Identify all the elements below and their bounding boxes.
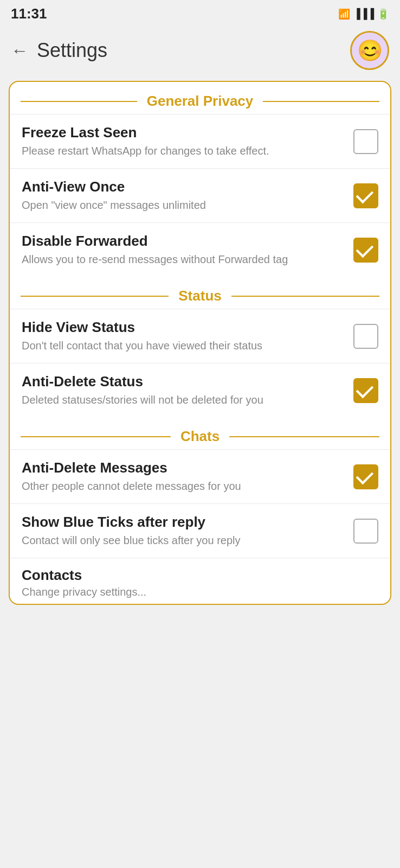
section-line-left [21, 101, 137, 102]
item-title: Anti-Delete Status [22, 373, 345, 390]
item-title: Anti-View Once [22, 178, 345, 195]
checkbox-disable-forwarded[interactable] [353, 238, 378, 263]
back-button[interactable]: ← [11, 41, 28, 61]
item-title: Anti-Delete Messages [22, 459, 345, 476]
section-line-left [21, 436, 171, 437]
header: ← Settings 😊 [0, 25, 400, 81]
item-desc: Contact will only see blue ticks after y… [22, 533, 345, 548]
partial-contacts-section: Contacts Change privacy settings... [10, 558, 390, 604]
section-chats: Chats [10, 417, 390, 449]
avatar[interactable]: 😊 [350, 31, 389, 70]
item-desc: Allows you to re-send messages without F… [22, 252, 345, 267]
list-item[interactable]: Show Blue Ticks after reply Contact will… [10, 503, 390, 558]
section-status: Status [10, 277, 390, 309]
checkbox-hide-view-status[interactable] [353, 324, 378, 349]
item-content-anti-delete-status: Anti-Delete Status Deleted statuses/stor… [22, 373, 353, 407]
item-content-anti-view-once: Anti-View Once Open "view once" messages… [22, 178, 353, 213]
list-item[interactable]: Anti-Delete Messages Other people cannot… [10, 449, 390, 503]
partial-desc: Change privacy settings... [22, 586, 378, 598]
section-line-right [231, 296, 379, 297]
item-content-freeze-last-seen: Freeze Last Seen Please restart WhatsApp… [22, 124, 353, 158]
item-content-show-blue-ticks: Show Blue Ticks after reply Contact will… [22, 514, 353, 548]
item-content-hide-view-status: Hide View Status Don't tell contact that… [22, 319, 353, 353]
list-item[interactable]: Hide View Status Don't tell contact that… [10, 309, 390, 363]
list-item[interactable]: Anti-Delete Status Deleted statuses/stor… [10, 363, 390, 417]
item-desc: Don't tell contact that you have viewed … [22, 338, 345, 353]
status-icons: 📶 ▐▐▐ 🔋 [338, 8, 389, 20]
item-title: Show Blue Ticks after reply [22, 514, 345, 531]
item-desc: Deleted statuses/stories will not be del… [22, 392, 345, 407]
item-title: Freeze Last Seen [22, 124, 345, 141]
checkbox-show-blue-ticks[interactable] [353, 519, 378, 544]
item-content-anti-delete-messages: Anti-Delete Messages Other people cannot… [22, 459, 353, 494]
section-line-right [229, 436, 379, 437]
item-desc: Other people cannot delete messages for … [22, 478, 345, 494]
list-item[interactable]: Anti-View Once Open "view once" messages… [10, 168, 390, 222]
item-desc: Please restart WhatsApp for changes to t… [22, 143, 345, 158]
signal-bars: ▐▐▐ [353, 8, 374, 20]
partial-title: Contacts [22, 567, 378, 584]
status-time: 11:31 [11, 5, 47, 22]
list-item[interactable]: Freeze Last Seen Please restart WhatsApp… [10, 114, 390, 168]
header-left: ← Settings [11, 39, 107, 62]
section-title-status: Status [174, 288, 225, 304]
status-bar: 11:31 📶 ▐▐▐ 🔋 [0, 0, 400, 25]
item-title: Hide View Status [22, 319, 345, 336]
wifi-icon: 📶 [338, 8, 350, 20]
main-card: General Privacy Freeze Last Seen Please … [9, 81, 391, 605]
section-line-right [263, 101, 379, 102]
avatar-emoji: 😊 [357, 39, 383, 62]
item-desc: Open "view once" messages unlimited [22, 197, 345, 213]
item-content-disable-forwarded: Disable Forwarded Allows you to re-send … [22, 233, 353, 267]
item-title: Disable Forwarded [22, 233, 345, 250]
checkbox-anti-view-once[interactable] [353, 183, 378, 208]
page-title: Settings [37, 39, 107, 62]
battery-icon: 🔋 [377, 8, 389, 20]
section-title-chats: Chats [176, 428, 224, 445]
section-general-privacy: General Privacy [10, 82, 390, 114]
list-item[interactable]: Disable Forwarded Allows you to re-send … [10, 222, 390, 277]
section-line-left [21, 296, 169, 297]
checkbox-anti-delete-status[interactable] [353, 378, 378, 403]
section-title-general-privacy: General Privacy [143, 93, 258, 110]
checkbox-anti-delete-messages[interactable] [353, 464, 378, 489]
checkbox-freeze-last-seen[interactable] [353, 129, 378, 154]
